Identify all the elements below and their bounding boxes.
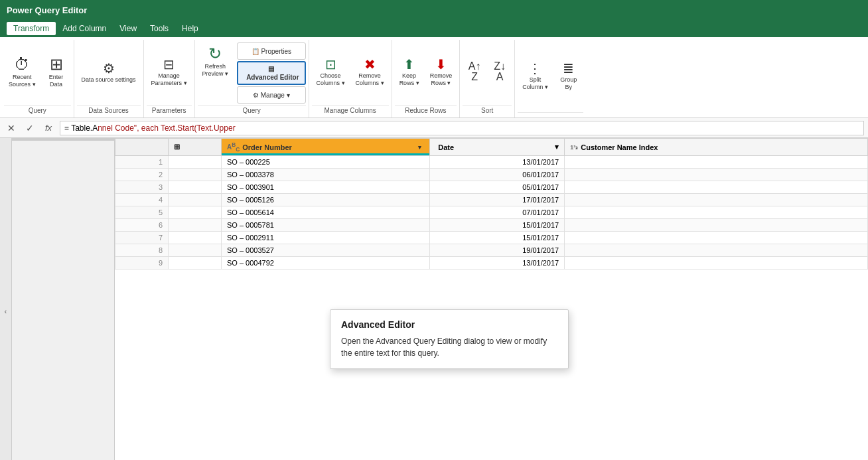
menu-view[interactable]: View xyxy=(113,22,143,35)
queries-panel xyxy=(12,138,115,460)
teal-indicator xyxy=(222,153,429,155)
keep-rows-button[interactable]: ⬆ KeepRows ▾ xyxy=(395,54,424,91)
row-expand-cell xyxy=(169,219,222,232)
table-type-icon: ⊞ xyxy=(174,143,180,151)
table-row[interactable]: 7 SO – 0002911 15/01/2017 xyxy=(115,232,868,244)
menu-bar: Transform Add Column View Tools Help xyxy=(0,20,868,37)
table-row[interactable]: 6 SO – 0005781 15/01/2017 xyxy=(115,219,868,232)
advanced-editor-button[interactable]: ▤ Advanced Editor xyxy=(237,61,305,85)
table-row[interactable]: 8 SO – 0003527 19/01/2017 xyxy=(115,244,868,257)
table-row[interactable]: 2 SO – 0003378 06/01/2017 xyxy=(115,169,868,181)
row-num-cell: 1 xyxy=(115,156,169,169)
ribbon-group-reduce-rows-label: Reduce Rows xyxy=(395,105,457,116)
data-source-icon: ⚙ xyxy=(103,62,115,75)
enter-data-button[interactable]: ⊞ EnterData xyxy=(42,53,71,92)
data-source-settings-button[interactable]: ⚙ Data source settings xyxy=(77,54,141,91)
row-date-cell: 19/01/2017 xyxy=(430,244,565,257)
manage-parameters-button[interactable]: ⊟ ManageParameters ▾ xyxy=(147,54,192,91)
table-row[interactable]: 4 SO – 0005126 17/01/2017 xyxy=(115,194,868,206)
row-order-cell: SO – 0003527 xyxy=(222,244,430,257)
manage-button[interactable]: ⚙ Manage ▾ xyxy=(237,86,305,104)
row-num-cell: 8 xyxy=(115,244,169,257)
tooltip-popup: Advanced Editor Open the Advanced Query … xyxy=(330,309,569,369)
row-date-cell: 15/01/2017 xyxy=(430,219,565,232)
menu-help[interactable]: Help xyxy=(175,22,205,35)
row-idx-cell xyxy=(565,169,868,181)
table-row[interactable]: 3 SO – 0003901 05/01/2017 xyxy=(115,181,868,194)
sort-za-button[interactable]: Z↓A xyxy=(488,54,512,91)
ribbon-group-parameters: ⊟ ManageParameters ▾ Parameters xyxy=(144,40,195,117)
choose-columns-button[interactable]: ⊡ ChooseColumns ▾ xyxy=(312,54,350,91)
row-order-cell: SO – 0004792 xyxy=(222,257,430,269)
row-num-cell: 4 xyxy=(115,194,169,206)
split-column-button[interactable]: ⋮ SplitColumn ▾ xyxy=(518,58,553,95)
menu-transform[interactable]: Transform xyxy=(7,22,56,35)
row-num-cell: 5 xyxy=(115,206,169,219)
sort-za-icon: Z↓A xyxy=(494,61,506,82)
formula-fx-button[interactable]: fx xyxy=(41,121,56,135)
remove-columns-button[interactable]: ✖ RemoveColumns ▾ xyxy=(351,54,389,91)
row-date-cell: 06/01/2017 xyxy=(430,169,565,181)
row-expand-cell xyxy=(169,257,222,269)
col-order-number[interactable]: ABC Order Number ▾ xyxy=(222,139,430,156)
ribbon-group-reduce-rows: ⬆ KeepRows ▾ ⬇ RemoveRows ▾ Reduce Rows xyxy=(392,40,461,117)
row-expand-cell xyxy=(169,181,222,194)
ribbon-group-data-sources: ⚙ Data source settings Data Sources xyxy=(74,40,144,117)
col-date[interactable]: Date ▾ xyxy=(430,139,565,156)
formula-check-button[interactable]: ✓ xyxy=(23,121,37,135)
row-expand-cell xyxy=(169,156,222,169)
row-date-cell: 17/01/2017 xyxy=(430,194,565,206)
keep-rows-icon: ⬆ xyxy=(403,58,415,71)
row-num-cell: 7 xyxy=(115,232,169,244)
col-order-filter[interactable]: ▾ xyxy=(418,144,421,151)
row-expand-cell xyxy=(169,244,222,257)
table-area[interactable]: ⊞ ABC Order Number ▾ Date xyxy=(115,138,868,460)
enter-data-icon: ⊞ xyxy=(50,56,63,72)
row-date-cell: 05/01/2017 xyxy=(430,181,565,194)
ribbon-group-query-label: Query xyxy=(4,105,71,116)
ribbon-group-split-label xyxy=(518,112,583,116)
refresh-preview-button[interactable]: ↻ RefreshPreview ▾ xyxy=(198,42,234,81)
col-date-filter[interactable]: ▾ xyxy=(555,143,559,151)
table-row[interactable]: 5 SO – 0005614 07/01/2017 xyxy=(115,206,868,219)
table-row[interactable]: 1 SO – 000225 13/01/2017 xyxy=(115,156,868,169)
ribbon-group-split-group: ⋮ SplitColumn ▾ ≣ GroupBy xyxy=(515,40,586,117)
properties-button[interactable]: 📋 Properties xyxy=(237,42,305,60)
row-idx-cell xyxy=(565,244,868,257)
remove-columns-icon: ✖ xyxy=(364,58,376,71)
row-order-cell: SO – 0005781 xyxy=(222,219,430,232)
ribbon-group-params-label: Parameters xyxy=(147,105,192,116)
split-icon: ⋮ xyxy=(528,62,542,75)
row-idx-cell xyxy=(565,219,868,232)
ribbon-group-query-left: ⏱ RecentSources ▾ ⊞ EnterData Query xyxy=(1,40,74,117)
row-idx-cell xyxy=(565,156,868,169)
ribbon-group-query-right-label: Query xyxy=(198,105,306,116)
row-order-cell: SO – 0002911 xyxy=(222,232,430,244)
remove-rows-button[interactable]: ⬇ RemoveRows ▾ xyxy=(425,54,457,91)
formula-close-button[interactable]: ✕ xyxy=(4,121,19,135)
ribbon-group-sort-label: Sort xyxy=(463,105,512,116)
menu-add-column[interactable]: Add Column xyxy=(56,22,113,35)
refresh-icon: ↻ xyxy=(208,46,222,62)
group-by-button[interactable]: ≣ GroupBy xyxy=(554,58,583,95)
table-icon-header: ⊞ xyxy=(169,139,222,156)
sidebar-toggle[interactable]: ‹ xyxy=(0,138,12,460)
row-num-cell: 9 xyxy=(115,257,169,269)
sort-az-icon: A↑Z xyxy=(469,61,481,82)
col-customer-name-index[interactable]: 1²₃ Customer Name Index xyxy=(565,139,868,156)
manage-params-icon: ⊟ xyxy=(163,58,175,71)
ribbon-group-query-right: ↻ RefreshPreview ▾ 📋 Properties ▤ Advanc… xyxy=(195,40,309,117)
row-expand-cell xyxy=(169,232,222,244)
app-title: Power Query Editor xyxy=(7,5,87,15)
recent-sources-button[interactable]: ⏱ RecentSources ▾ xyxy=(4,53,40,92)
table-row[interactable]: 9 SO – 0004792 13/01/2017 xyxy=(115,257,868,269)
row-idx-cell xyxy=(565,257,868,269)
row-idx-cell xyxy=(565,206,868,219)
sort-az-button[interactable]: A↑Z xyxy=(463,54,486,91)
remove-rows-icon: ⬇ xyxy=(435,58,447,71)
formula-input[interactable]: = Table.A nnel Code", each Text.Start(Te… xyxy=(60,121,864,135)
menu-tools[interactable]: Tools xyxy=(143,22,175,35)
advanced-editor-icon: ▤ xyxy=(268,64,274,73)
row-expand-cell xyxy=(169,194,222,206)
ribbon-group-datasources-label: Data Sources xyxy=(77,105,141,116)
